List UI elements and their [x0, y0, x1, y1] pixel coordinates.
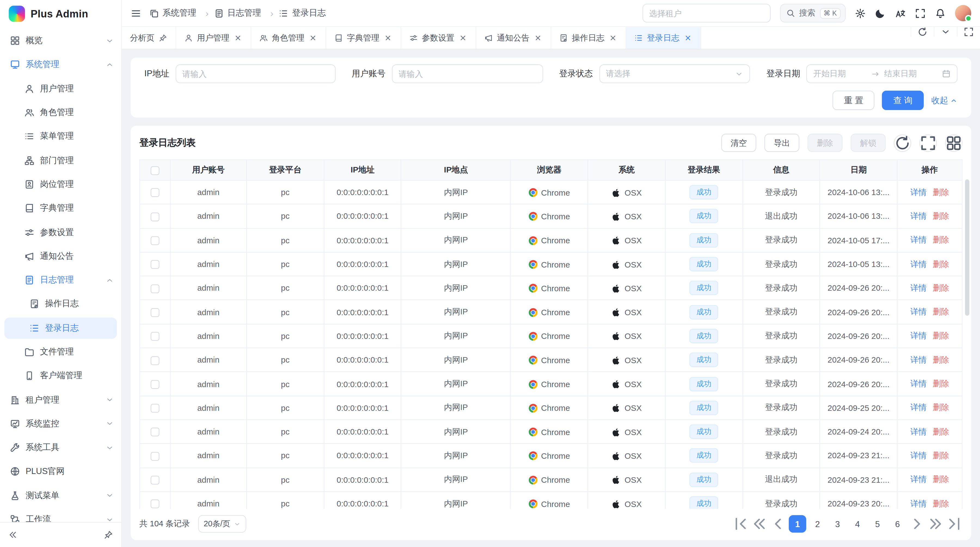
sidebar-item[interactable]: 参数设置	[0, 220, 121, 244]
page-number-button[interactable]: 3	[829, 515, 846, 533]
table-row[interactable]: admin pc 0:0:0:0:0:0:0:1 内网IP Chrome	[140, 492, 962, 509]
tenant-select[interactable]	[642, 4, 770, 22]
page-prev-icon[interactable]	[770, 515, 786, 533]
table-row[interactable]: admin pc 0:0:0:0:0:0:0:1 内网IP Chrome	[140, 420, 962, 444]
chevron-down-icon[interactable]	[934, 27, 957, 37]
tab-close-icon[interactable]	[234, 33, 242, 42]
sidebar-item[interactable]: 概览	[0, 29, 121, 53]
row-checkbox[interactable]	[151, 380, 159, 389]
pin-icon[interactable]	[104, 530, 113, 539]
table-row[interactable]: admin pc 0:0:0:0:0:0:0:1 内网IP Chrome	[140, 396, 962, 420]
sidebar-item[interactable]: 系统管理	[0, 53, 121, 77]
sidebar-item[interactable]: 部门管理	[0, 148, 121, 172]
page-dprev-icon[interactable]	[751, 515, 768, 533]
row-checkbox[interactable]	[151, 428, 159, 437]
table-row[interactable]: admin pc 0:0:0:0:0:0:0:1 内网IP Chrome	[140, 204, 962, 228]
global-search[interactable]: 搜索 ⌘ K	[780, 4, 846, 22]
tab[interactable]: 分析页	[122, 27, 176, 49]
sidebar-item[interactable]: 系统监控	[0, 412, 121, 436]
delete-link[interactable]: 删除	[933, 499, 949, 508]
fullscreen-icon[interactable]	[957, 27, 980, 37]
sidebar-item[interactable]: 用户管理	[0, 77, 121, 100]
pin-icon[interactable]	[159, 33, 167, 42]
delete-link[interactable]: 删除	[933, 475, 949, 484]
ip-address-input[interactable]	[176, 64, 336, 83]
sidebar-item[interactable]: 操作日志	[0, 292, 121, 316]
detail-link[interactable]: 详情	[910, 187, 927, 197]
row-checkbox[interactable]	[151, 476, 159, 484]
row-checkbox[interactable]	[151, 332, 159, 341]
row-checkbox[interactable]	[151, 308, 159, 317]
sidebar-item[interactable]: 岗位管理	[0, 172, 121, 196]
table-row[interactable]: admin pc 0:0:0:0:0:0:0:1 内网IP Chrome	[140, 252, 962, 276]
collapse-sidebar-icon[interactable]	[8, 530, 18, 539]
tab-close-icon[interactable]	[309, 33, 317, 42]
sidebar-item[interactable]: PLUS官网	[0, 460, 121, 484]
breadcrumb-item[interactable]: 系统管理	[150, 8, 214, 19]
tab[interactable]: 角色管理	[251, 27, 326, 49]
delete-link[interactable]: 删除	[933, 307, 949, 316]
translate-icon[interactable]	[895, 8, 906, 19]
table-row[interactable]: admin pc 0:0:0:0:0:0:0:1 内网IP Chrome	[140, 372, 962, 396]
delete-link[interactable]: 删除	[933, 283, 949, 292]
sidebar-item[interactable]: 测试菜单	[0, 483, 121, 507]
table-row[interactable]: admin pc 0:0:0:0:0:0:0:1 内网IP Chrome	[140, 348, 962, 372]
tab[interactable]: 通知公告	[476, 27, 551, 49]
detail-link[interactable]: 详情	[910, 211, 927, 221]
tab[interactable]: 参数设置	[401, 27, 476, 49]
date-range-picker[interactable]: 开始日期 结束日期	[806, 64, 958, 83]
sidebar-item[interactable]: 角色管理	[0, 100, 121, 124]
unlock-button[interactable]: 解锁	[851, 134, 886, 152]
hamburger-icon[interactable]	[130, 8, 141, 19]
row-checkbox[interactable]	[151, 499, 159, 508]
page-number-button[interactable]: 6	[889, 515, 906, 533]
tab-close-icon[interactable]	[609, 33, 617, 42]
tab-close-icon[interactable]	[384, 33, 392, 42]
delete-link[interactable]: 删除	[933, 331, 949, 340]
moon-icon[interactable]	[875, 8, 886, 19]
delete-link[interactable]: 删除	[933, 355, 949, 364]
detail-link[interactable]: 详情	[910, 475, 927, 484]
page-next-icon[interactable]	[909, 515, 925, 533]
page-first-icon[interactable]	[733, 515, 749, 533]
detail-link[interactable]: 详情	[910, 499, 927, 508]
row-checkbox[interactable]	[151, 236, 159, 245]
collapse-filters-link[interactable]: 收起	[931, 95, 958, 106]
tab[interactable]: 操作日志	[551, 27, 626, 49]
row-checkbox[interactable]	[151, 452, 159, 460]
delete-link[interactable]: 删除	[933, 403, 949, 412]
row-checkbox[interactable]	[151, 284, 159, 293]
page-dnext-icon[interactable]	[928, 515, 944, 533]
refresh-icon[interactable]	[911, 27, 934, 37]
fullscreen-icon[interactable]	[919, 134, 937, 152]
user-account-input[interactable]	[392, 64, 543, 83]
delete-link[interactable]: 删除	[933, 427, 949, 436]
detail-link[interactable]: 详情	[910, 451, 927, 460]
export-button[interactable]: 导出	[764, 134, 800, 152]
sidebar-item[interactable]: 客户端管理	[0, 364, 121, 388]
page-number-button[interactable]: 5	[869, 515, 886, 533]
sidebar-item[interactable]: 字典管理	[0, 196, 121, 220]
delete-link[interactable]: 删除	[933, 259, 949, 268]
row-checkbox[interactable]	[151, 212, 159, 221]
sidebar-item[interactable]: 登录日志	[4, 317, 117, 339]
delete-button[interactable]: 删除	[807, 134, 843, 152]
delete-link[interactable]: 删除	[933, 451, 949, 460]
detail-link[interactable]: 详情	[910, 307, 927, 316]
table-row[interactable]: admin pc 0:0:0:0:0:0:0:1 内网IP Chrome	[140, 468, 962, 492]
table-row[interactable]: admin pc 0:0:0:0:0:0:0:1 内网IP Chrome	[140, 180, 962, 204]
user-avatar[interactable]	[955, 5, 971, 21]
detail-link[interactable]: 详情	[910, 379, 927, 388]
row-checkbox[interactable]	[151, 404, 159, 413]
sidebar-item[interactable]: 文件管理	[0, 340, 121, 364]
page-size-select[interactable]: 20条/页	[198, 515, 247, 533]
clear-button[interactable]: 清空	[721, 134, 756, 152]
detail-link[interactable]: 详情	[910, 283, 927, 292]
detail-link[interactable]: 详情	[910, 403, 927, 412]
row-checkbox[interactable]	[151, 356, 159, 365]
sidebar-item[interactable]: 通知公告	[0, 244, 121, 268]
page-last-icon[interactable]	[946, 515, 963, 533]
reset-button[interactable]: 重 置	[833, 91, 874, 110]
select-all-checkbox[interactable]	[151, 166, 159, 175]
sidebar-item[interactable]: 系统工具	[0, 436, 121, 460]
